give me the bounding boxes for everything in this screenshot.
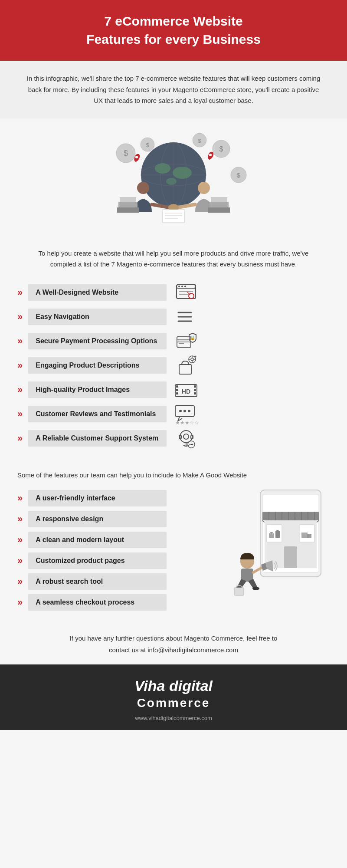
footer: Viha digital Commerce www.vihadigitalcom… (0, 664, 347, 730)
svg-text:$: $ (237, 171, 241, 179)
svg-rect-51 (179, 365, 191, 374)
double-arrow-good-3: » (17, 534, 23, 546)
feature-item-1: » A Well-Designed Website (17, 282, 330, 303)
good-label-2: A responsive design (28, 511, 167, 527)
svg-point-79 (190, 444, 191, 445)
good-label-1: A user-friendly interface (28, 490, 167, 506)
svg-point-18 (135, 156, 138, 158)
svg-rect-99 (307, 534, 311, 538)
svg-rect-65 (194, 385, 196, 388)
svg-point-37 (178, 286, 180, 287)
good-website-content: » A user-friendly interface » A responsi… (17, 486, 330, 615)
svg-point-53 (191, 358, 193, 361)
good-label-3: A clean and modern layout (28, 532, 167, 548)
good-feature-1: » A user-friendly interface (17, 490, 217, 506)
footer-brand: Viha digital Commerce (9, 677, 338, 710)
contact-line2: contact us at info@vihadigitalcommerce.c… (26, 644, 321, 656)
feature-item-3: » Secure Payment Processing Options 🔒 (17, 331, 330, 352)
double-arrow-good-4: » (17, 555, 23, 566)
svg-rect-28 (208, 207, 230, 213)
footer-url: www.vihadigitalcommerce.com (9, 715, 338, 721)
feature-item-7: » A Reliable Customer Support System (17, 428, 330, 449)
svg-text:HD: HD (182, 388, 190, 395)
header: 7 eCommerce Website Features for every B… (0, 0, 347, 61)
svg-rect-109 (234, 588, 244, 595)
double-arrow-icon-1: » (17, 287, 23, 298)
shop-svg (221, 486, 325, 607)
svg-rect-67 (194, 392, 196, 395)
good-feature-2: » A responsive design (17, 511, 217, 527)
good-feature-4: » Customized product pages (17, 552, 217, 569)
description-icon: + (174, 355, 199, 376)
svg-rect-27 (120, 197, 136, 202)
double-arrow-good-6: » (17, 597, 23, 608)
svg-rect-105 (241, 569, 253, 582)
double-arrow-good-2: » (17, 513, 23, 525)
feature-item-5: » High-quality Product Images HD (17, 379, 330, 400)
contact-line1: If you have any further questions about … (26, 632, 321, 644)
header-title: 7 eCommerce Website Features for every B… (26, 12, 321, 49)
svg-point-39 (184, 286, 186, 287)
contact-section: If you have any further questions about … (0, 619, 347, 664)
svg-text:$: $ (198, 138, 201, 144)
sub-intro-text: To help you create a website that will h… (26, 248, 321, 270)
svg-point-72 (188, 410, 190, 412)
hd-icon: HD (174, 379, 199, 400)
feature-item-6: » Customer Reviews and Testimonials ★★★☆… (17, 404, 330, 424)
reviews-icon: ★★★☆☆ (174, 404, 199, 424)
payment-icon: 🔒 (174, 331, 199, 352)
double-arrow-icon-7: » (17, 433, 23, 444)
svg-text:🔒: 🔒 (190, 335, 196, 341)
intro-text: In this infographic, we'll share the top… (26, 73, 321, 106)
double-arrow-icon-4: » (17, 360, 23, 371)
svg-rect-30 (211, 197, 227, 202)
feature-label-5: High-quality Product Images (28, 381, 167, 398)
svg-text:$: $ (146, 142, 149, 148)
svg-point-19 (209, 154, 212, 156)
svg-point-75 (183, 434, 189, 439)
feature-item-4: » Engaging Product Descriptions + (17, 355, 330, 376)
svg-rect-62 (176, 385, 178, 388)
shop-illustration (217, 486, 330, 607)
svg-point-107 (252, 587, 259, 590)
feature-label-2: Easy Navigation (28, 309, 167, 325)
svg-rect-64 (176, 392, 178, 395)
svg-text:★★★☆☆: ★★★☆☆ (175, 420, 199, 424)
svg-point-7 (166, 178, 177, 185)
good-website-section: Some of the features our team can help y… (0, 461, 347, 619)
svg-rect-48 (177, 339, 191, 342)
svg-rect-97 (275, 531, 280, 538)
navigation-icon (174, 306, 199, 327)
svg-rect-25 (117, 207, 139, 213)
feature-label-7: A Reliable Customer Support System (28, 430, 167, 447)
design-icon (174, 282, 199, 303)
double-arrow-icon-6: » (17, 408, 23, 420)
footer-brand-line2: Commerce (9, 694, 338, 710)
double-arrow-icon-3: » (17, 335, 23, 347)
double-arrow-icon-2: » (17, 311, 23, 322)
good-label-4: Customized product pages (28, 552, 167, 569)
svg-rect-93 (284, 546, 297, 568)
svg-text:$: $ (219, 145, 223, 153)
svg-point-71 (183, 410, 186, 412)
svg-point-22 (198, 182, 210, 194)
double-arrow-good-5: » (17, 576, 23, 587)
double-arrow-good-1: » (17, 493, 23, 504)
features-list: » A Well-Designed Website » Easy Navigat… (0, 274, 347, 461)
svg-rect-66 (194, 389, 196, 391)
svg-rect-63 (176, 389, 178, 391)
good-website-intro: Some of the features our team can help y… (17, 471, 330, 479)
support-icon (174, 428, 199, 449)
feature-label-3: Secure Payment Processing Options (28, 333, 167, 349)
svg-point-6 (173, 167, 192, 179)
good-label-6: A seamless checkout process (28, 594, 167, 611)
good-label-5: A robust search tool (28, 573, 167, 590)
svg-text:$: $ (124, 149, 128, 158)
svg-text:+: + (194, 355, 196, 359)
svg-point-5 (155, 163, 170, 174)
svg-point-38 (181, 286, 183, 287)
feature-item-2: » Easy Navigation (17, 306, 330, 327)
svg-rect-98 (301, 533, 308, 538)
good-feature-6: » A seamless checkout process (17, 594, 217, 611)
svg-point-70 (179, 410, 182, 412)
